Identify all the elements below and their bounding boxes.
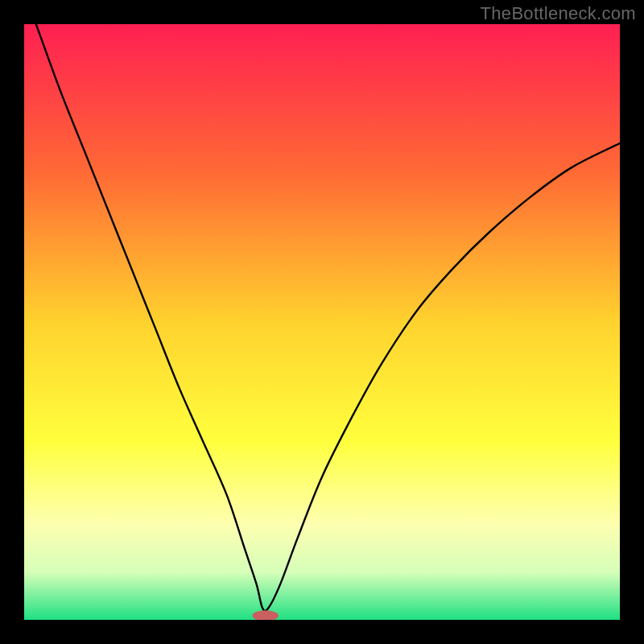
- plot-area: [24, 24, 620, 620]
- gradient-background: [24, 24, 620, 620]
- chart-svg: [24, 24, 620, 620]
- chart-frame: TheBottleneck.com: [0, 0, 644, 644]
- watermark-text: TheBottleneck.com: [481, 3, 636, 24]
